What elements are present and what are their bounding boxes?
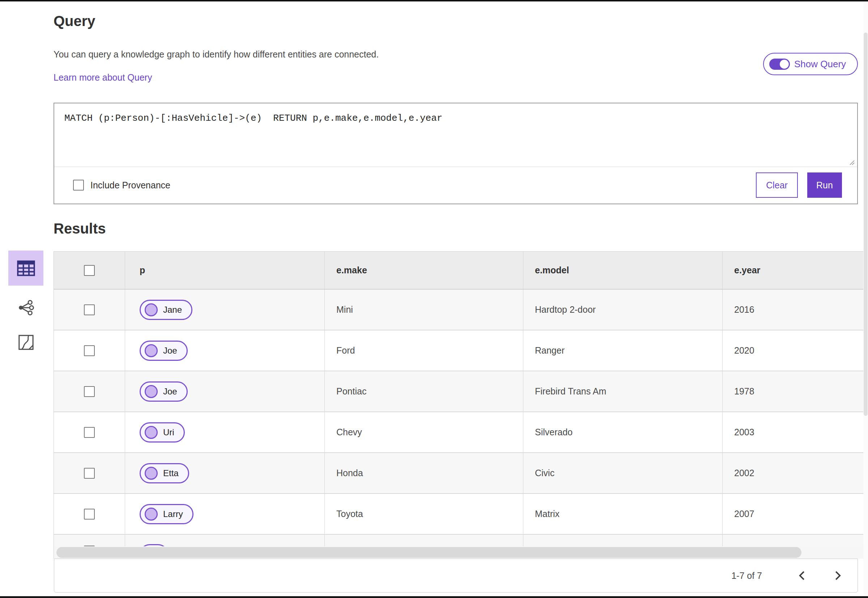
entity-node-icon — [145, 344, 158, 357]
row-checkbox-cell — [54, 371, 125, 411]
entity-pill[interactable]: Joe — [139, 381, 188, 402]
entity-pill[interactable]: Etta — [139, 463, 189, 483]
entity-node-icon — [145, 385, 158, 398]
include-provenance-group: Include Provenance — [73, 180, 171, 191]
entity-label: Joe — [163, 345, 177, 356]
row-checkbox-cell — [54, 290, 125, 330]
entity-node-icon — [145, 508, 158, 521]
results-title: Results — [54, 221, 106, 237]
include-provenance-checkbox[interactable] — [73, 180, 84, 191]
row-checkbox-cell — [54, 453, 125, 493]
table-header-row: p e.make e.model e.year — [54, 252, 865, 290]
row-checkbox[interactable] — [84, 386, 95, 397]
row-checkbox[interactable] — [84, 304, 95, 315]
entity-label: Uri — [163, 428, 174, 438]
horizontal-scrollbar — [54, 546, 865, 559]
clear-button[interactable]: Clear — [756, 172, 798, 198]
table-row: Larry Toyota Matrix 2007 — [54, 494, 865, 535]
entity-cell: Joe — [125, 371, 325, 411]
entity-pill[interactable]: Uri — [139, 422, 185, 443]
sidebar-item-link-chart-view[interactable] — [8, 295, 43, 320]
table-footer: 1-7 of 7 — [54, 559, 858, 593]
include-provenance-label: Include Provenance — [90, 180, 171, 191]
column-header-year[interactable]: e.year — [723, 252, 865, 289]
year-cell: 2002 — [723, 453, 865, 493]
column-header-make[interactable]: e.make — [325, 252, 523, 289]
entity-cell: Etta — [125, 453, 325, 493]
page-description: You can query a knowledge graph to ident… — [54, 49, 379, 60]
make-cell: Pontiac — [325, 371, 523, 411]
row-checkbox-cell — [54, 330, 125, 371]
entity-label: Etta — [163, 468, 179, 478]
window-top-edge — [0, 0, 868, 1]
row-checkbox[interactable] — [84, 427, 95, 438]
entity-node-icon — [145, 467, 158, 480]
year-cell: 2003 — [723, 412, 865, 452]
resize-handle-icon[interactable] — [847, 158, 856, 166]
header-checkbox-cell — [54, 252, 125, 289]
show-query-label: Show Query — [794, 58, 846, 70]
table-row: Joe Pontiac Firebird Trans Am 1978 — [54, 371, 865, 412]
model-cell: Silverado — [523, 412, 723, 452]
row-checkbox[interactable] — [84, 509, 95, 520]
table-icon — [16, 260, 36, 277]
entity-label: Larry — [163, 509, 183, 519]
year-cell: 2007 — [723, 494, 865, 534]
next-page-button[interactable] — [829, 567, 846, 584]
make-cell: Ford — [325, 330, 523, 371]
column-header-model[interactable]: e.model — [523, 252, 723, 289]
year-cell: 1978 — [723, 371, 865, 411]
row-checkbox[interactable] — [84, 345, 95, 356]
view-sidebar — [8, 251, 43, 355]
entity-label: Joe — [163, 387, 177, 397]
entity-cell: Joe — [125, 330, 325, 371]
entity-cell: Uri — [125, 412, 325, 452]
row-checkbox-cell — [54, 494, 125, 534]
query-toolbar: Include Provenance Clear Run — [54, 167, 857, 203]
make-cell: Chevy — [325, 412, 523, 452]
year-cell: 2020 — [723, 330, 865, 371]
entity-cell: Larry — [125, 494, 325, 534]
chevron-right-icon — [833, 571, 842, 581]
make-cell: Honda — [325, 453, 523, 493]
previous-page-button[interactable] — [794, 567, 811, 584]
chevron-left-icon — [798, 571, 807, 581]
entity-pill[interactable]: Jane — [139, 300, 192, 320]
year-cell: 2016 — [723, 290, 865, 330]
sidebar-item-table-view[interactable] — [8, 251, 43, 286]
sidebar-item-map-view[interactable] — [8, 330, 43, 355]
map-icon — [18, 334, 34, 351]
entity-node-icon — [145, 303, 158, 316]
entity-label: Jane — [163, 305, 182, 315]
query-input[interactable]: MATCH (p:Person)-[:HasVehicle]->(e) RETU… — [54, 103, 857, 167]
model-cell: Matrix — [523, 494, 723, 534]
show-query-toggle[interactable]: Show Query — [763, 53, 858, 75]
entity-pill[interactable]: Larry — [139, 504, 193, 524]
vertical-scrollbar — [863, 1, 868, 596]
row-checkbox[interactable] — [84, 468, 95, 479]
vertical-scrollbar-thumb[interactable] — [864, 33, 868, 416]
entity-pill[interactable]: Joe — [139, 341, 188, 361]
table-row: Jane Mini Hardtop 2-door 2016 — [54, 290, 865, 330]
window-bottom-edge — [0, 596, 868, 598]
entity-node-icon — [145, 426, 158, 439]
table-row: Joe Ford Ranger 2020 — [54, 330, 865, 371]
table-row: Etta Honda Civic 2002 — [54, 453, 865, 494]
model-cell: Firebird Trans Am — [523, 371, 723, 411]
toggle-switch-icon[interactable] — [769, 58, 790, 70]
horizontal-scrollbar-thumb[interactable] — [57, 547, 801, 558]
query-panel: MATCH (p:Person)-[:HasVehicle]->(e) RETU… — [54, 103, 858, 204]
learn-more-link[interactable]: Learn more about Query — [54, 72, 152, 83]
link-chart-icon — [17, 299, 35, 316]
page-range-label: 1-7 of 7 — [731, 571, 762, 581]
select-all-checkbox[interactable] — [84, 265, 95, 276]
entity-cell: Jane — [125, 290, 325, 330]
make-cell: Toyota — [325, 494, 523, 534]
run-button[interactable]: Run — [807, 172, 842, 198]
page-title: Query — [54, 13, 96, 29]
toggle-knob — [780, 60, 789, 69]
results-table: p e.make e.model e.year Jane Mini Hardto… — [54, 251, 865, 559]
table-row: Uri Chevy Silverado 2003 — [54, 412, 865, 453]
column-header-p[interactable]: p — [125, 252, 325, 289]
make-cell: Mini — [325, 290, 523, 330]
